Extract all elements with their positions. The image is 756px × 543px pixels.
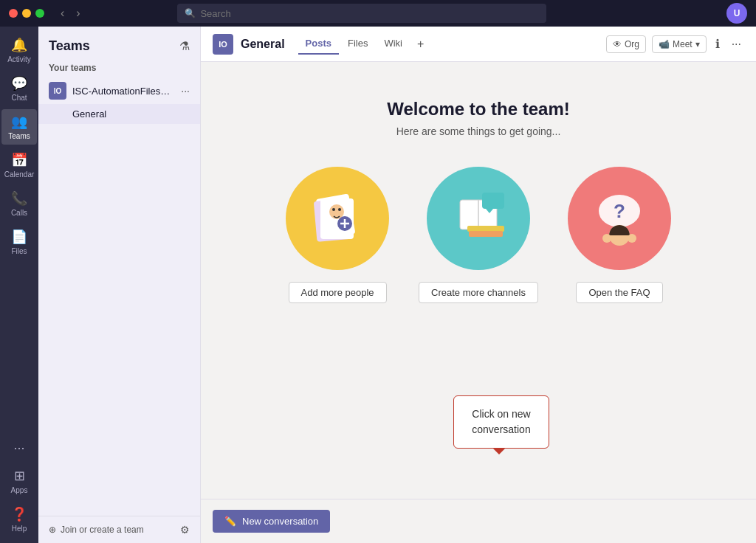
avatar[interactable]: U bbox=[726, 3, 747, 24]
search-bar[interactable]: 🔍 bbox=[177, 4, 546, 23]
channels-illustration bbox=[445, 185, 512, 252]
header-actions: 👁 Org 📹 Meet ▾ ℹ ··· bbox=[606, 34, 744, 54]
welcome-title: Welcome to the team! bbox=[387, 99, 570, 120]
welcome-card-add-people: Add more people bbox=[286, 167, 389, 303]
team-more-button[interactable]: ··· bbox=[181, 85, 190, 97]
svg-text:?: ? bbox=[614, 200, 625, 222]
create-channels-icon bbox=[427, 167, 530, 270]
teams-icon: 👥 bbox=[11, 114, 27, 130]
apps-icon: ⊞ bbox=[14, 468, 25, 484]
org-label: Org bbox=[625, 39, 639, 49]
channel-title: General bbox=[241, 38, 285, 51]
back-button[interactable]: ‹ bbox=[56, 5, 69, 21]
sidebar-item-activity-label: Activity bbox=[7, 55, 31, 63]
forward-button[interactable]: › bbox=[72, 5, 84, 21]
channel-header: IO General Posts Files Wiki + 👁 Org 📹 Me… bbox=[201, 27, 756, 62]
join-icon: ⊕ bbox=[49, 525, 56, 535]
add-people-icon bbox=[286, 167, 389, 270]
activity-icon: 🔔 bbox=[11, 37, 27, 53]
create-more-channels-button[interactable]: Create more channels bbox=[419, 282, 538, 303]
sidebar-item-activity[interactable]: 🔔 Activity bbox=[1, 32, 37, 68]
sidebar-item-help-label: Help bbox=[12, 525, 27, 533]
maximize-button[interactable] bbox=[35, 9, 44, 18]
callout-overlay: Click on newconversation bbox=[453, 395, 549, 454]
search-icon: 🔍 bbox=[185, 8, 196, 18]
tab-wiki[interactable]: Wiki bbox=[377, 35, 410, 55]
svg-point-21 bbox=[628, 234, 636, 243]
sidebar-item-teams[interactable]: 👥 Teams bbox=[1, 109, 37, 145]
left-nav: 🔔 Activity 💬 Chat 👥 Teams 📅 Calendar 📞 C… bbox=[0, 27, 38, 543]
svg-point-4 bbox=[332, 208, 335, 211]
minimize-button[interactable] bbox=[22, 9, 31, 18]
nav-bottom: ··· ⊞ Apps ❓ Help bbox=[1, 436, 37, 537]
sidebar-item-calendar[interactable]: 📅 Calendar bbox=[1, 148, 37, 183]
filter-button[interactable]: ⚗ bbox=[179, 39, 190, 53]
welcome-card-faq: ? Open bbox=[568, 167, 671, 303]
sidebar-item-calls-label: Calls bbox=[11, 209, 27, 217]
eye-icon: 👁 bbox=[613, 39, 622, 49]
welcome-cards: Add more people bbox=[286, 167, 671, 303]
chat-icon: 💬 bbox=[11, 75, 27, 91]
callout-arrow bbox=[493, 449, 505, 454]
more-options-button[interactable]: ··· bbox=[729, 35, 744, 54]
calls-icon: 📞 bbox=[11, 190, 27, 207]
nav-buttons: ‹ › bbox=[56, 5, 85, 21]
close-button[interactable] bbox=[9, 9, 18, 18]
sidebar-item-chat-label: Chat bbox=[11, 94, 27, 102]
tab-add-button[interactable]: + bbox=[411, 35, 430, 54]
join-team-label: Join or create a team bbox=[61, 525, 144, 535]
faq-illustration: ? bbox=[586, 185, 653, 252]
sidebar-item-calendar-label: Calendar bbox=[4, 170, 35, 179]
sidebar-item-chat[interactable]: 💬 Chat bbox=[1, 71, 37, 106]
app-layout: 🔔 Activity 💬 Chat 👥 Teams 📅 Calendar 📞 C… bbox=[0, 27, 756, 543]
team-badge: IO bbox=[49, 82, 66, 100]
new-conversation-bar: ✏️ New conversation bbox=[201, 499, 756, 543]
sidebar-footer: ⊕ Join or create a team ⚙ bbox=[38, 516, 200, 543]
tab-posts[interactable]: Posts bbox=[298, 35, 339, 55]
search-input[interactable] bbox=[200, 8, 539, 19]
channel-item-general[interactable]: General bbox=[38, 104, 200, 124]
sidebar-title: Teams bbox=[49, 38, 90, 54]
faq-icon: ? bbox=[568, 167, 671, 270]
team-name: ISC-AutomationFilesAnd... bbox=[72, 86, 175, 97]
meet-label: Meet bbox=[673, 39, 693, 49]
sidebar-item-more[interactable]: ··· bbox=[1, 436, 37, 460]
org-button[interactable]: 👁 Org bbox=[606, 35, 646, 53]
traffic-lights bbox=[9, 9, 44, 18]
sidebar-item-files-label: Files bbox=[11, 247, 27, 255]
teams-sidebar: Teams ⚗ Your teams IO ISC-AutomationFile… bbox=[38, 27, 201, 543]
new-conversation-label: New conversation bbox=[242, 516, 318, 527]
add-more-people-button[interactable]: Add more people bbox=[289, 282, 387, 303]
open-faq-button[interactable]: Open the FAQ bbox=[576, 282, 662, 303]
svg-rect-13 bbox=[467, 226, 504, 232]
sidebar-item-calls[interactable]: 📞 Calls bbox=[1, 186, 37, 221]
new-conversation-button[interactable]: ✏️ New conversation bbox=[213, 510, 330, 533]
help-icon: ❓ bbox=[11, 506, 27, 522]
tab-files[interactable]: Files bbox=[340, 35, 375, 55]
your-teams-label: Your teams bbox=[38, 60, 200, 77]
calendar-icon: 📅 bbox=[11, 152, 27, 168]
sidebar-item-apps[interactable]: ⊞ Apps bbox=[1, 463, 37, 499]
meet-button[interactable]: 📹 Meet ▾ bbox=[652, 35, 707, 53]
info-button[interactable]: ℹ bbox=[712, 34, 723, 54]
sidebar-item-files[interactable]: 📄 Files bbox=[1, 224, 37, 260]
settings-button[interactable]: ⚙ bbox=[180, 524, 190, 536]
svg-point-20 bbox=[602, 234, 611, 243]
welcome-card-create-channels: Create more channels bbox=[419, 167, 538, 303]
channel-tabs: Posts Files Wiki + bbox=[298, 35, 430, 54]
channel-name: General bbox=[72, 108, 106, 120]
sidebar-item-apps-label: Apps bbox=[11, 486, 28, 494]
sidebar-item-help[interactable]: ❓ Help bbox=[1, 502, 37, 537]
main-content: IO General Posts Files Wiki + 👁 Org 📹 Me… bbox=[201, 27, 756, 543]
team-item[interactable]: IO ISC-AutomationFilesAnd... ··· bbox=[38, 77, 200, 104]
sidebar-header: Teams ⚗ bbox=[38, 27, 200, 60]
svg-point-5 bbox=[338, 208, 341, 211]
channel-badge: IO bbox=[213, 34, 233, 55]
add-people-illustration bbox=[304, 185, 371, 252]
join-team-button[interactable]: ⊕ Join or create a team bbox=[49, 525, 144, 535]
sidebar-item-teams-label: Teams bbox=[8, 132, 30, 140]
more-icon: ··· bbox=[13, 440, 24, 456]
files-icon: 📄 bbox=[11, 229, 27, 245]
chevron-down-icon: ▾ bbox=[695, 39, 700, 49]
welcome-subtitle: Here are some things to get going... bbox=[396, 125, 561, 137]
